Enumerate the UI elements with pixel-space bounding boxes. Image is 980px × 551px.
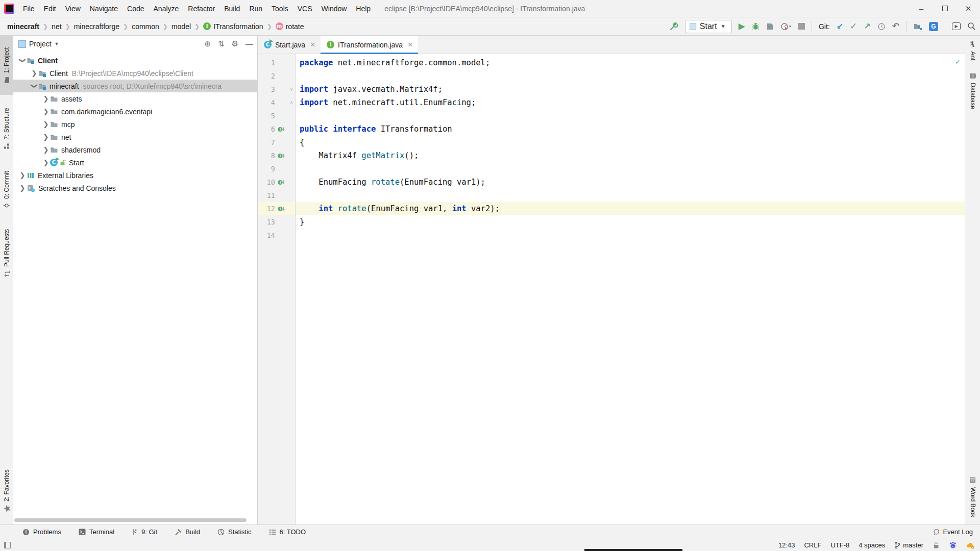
menu-item-navigate[interactable]: Navigate: [85, 0, 122, 17]
code-line-14[interactable]: 14: [258, 229, 965, 242]
breadcrumb-item-itransformation[interactable]: IITransformation: [202, 22, 264, 31]
line-number[interactable]: 7: [258, 136, 275, 149]
chevron-collapsed-icon[interactable]: ❯: [42, 120, 50, 128]
chevron-collapsed-icon[interactable]: ❯: [18, 184, 27, 192]
implemented-gutter[interactable]: [275, 149, 288, 162]
locate-file-icon[interactable]: ⊕: [204, 39, 211, 48]
menu-item-file[interactable]: File: [18, 0, 39, 17]
line-number[interactable]: 9: [258, 162, 275, 176]
tool-window-tab-pull-requests[interactable]: Pull Requests: [0, 217, 13, 289]
project-panel-title[interactable]: Project: [29, 40, 52, 48]
code-line-11[interactable]: 11: [258, 189, 965, 202]
event-log-button[interactable]: Event Log: [933, 528, 973, 536]
horizontal-scrollbar[interactable]: [14, 518, 256, 523]
translate-icon[interactable]: G: [929, 22, 938, 31]
fold-marker-icon[interactable]: ∧: [288, 96, 295, 109]
code-editor[interactable]: 1package net.minecraftforge.common.model…: [258, 54, 965, 524]
chevron-collapsed-icon[interactable]: ❯: [18, 171, 27, 179]
code-line-7[interactable]: 7{: [258, 136, 965, 149]
line-number[interactable]: 12: [258, 202, 275, 215]
tree-row-client[interactable]: ❯ClientB:\Project\IDEA\mcp940\eclipse\Cl…: [13, 67, 257, 80]
breadcrumb-item-minecraft[interactable]: minecraft: [6, 22, 40, 31]
code-line-8[interactable]: 8 Matrix4f getMatrix();: [258, 149, 965, 162]
lock-widget[interactable]: [933, 542, 940, 549]
tool-window-button-statistic[interactable]: Statistic: [217, 528, 252, 536]
run-icon[interactable]: ▶: [739, 22, 745, 31]
chevron-collapsed-icon[interactable]: ❯: [42, 159, 50, 166]
breadcrumb-item-rotate[interactable]: mrotate: [275, 22, 305, 31]
tool-window-button-build[interactable]: Build: [175, 528, 200, 536]
chevron-collapsed-icon[interactable]: ❯: [42, 108, 50, 115]
code-line-10[interactable]: 10 EnumFacing rotate(EnumFacing var1);: [258, 176, 965, 189]
debug-icon[interactable]: [752, 22, 760, 31]
line-number[interactable]: 13: [258, 215, 275, 229]
code-line-3[interactable]: 3∨import javax.vecmath.Matrix4f;: [258, 83, 965, 96]
tree-row-com-darkmagician6-eventapi[interactable]: ❯com.darkmagician6.eventapi: [13, 105, 257, 118]
tool-window-switcher-icon[interactable]: [4, 542, 11, 548]
code-line-6[interactable]: 6public interface ITransformation: [258, 122, 965, 136]
chevron-collapsed-icon[interactable]: ❯: [42, 95, 50, 103]
editor-tab-start-java[interactable]: CStart.java✕: [258, 36, 321, 54]
implemented-gutter[interactable]: [275, 202, 288, 215]
menu-item-refactor[interactable]: Refactor: [183, 0, 219, 17]
close-icon[interactable]: ✕: [310, 41, 315, 48]
line-number[interactable]: 14: [258, 229, 275, 242]
fold-marker-icon[interactable]: ∨: [288, 83, 295, 96]
code-line-1[interactable]: 1package net.minecraftforge.common.model…: [258, 56, 965, 69]
menu-item-analyze[interactable]: Analyze: [149, 0, 184, 17]
menu-item-tools[interactable]: Tools: [267, 0, 293, 17]
git-update-icon[interactable]: ↙: [837, 22, 843, 31]
encoding-widget[interactable]: UTF-8: [830, 541, 849, 549]
cloud-service-widget[interactable]: [966, 542, 975, 549]
menu-item-help[interactable]: Help: [351, 0, 375, 17]
coverage-icon[interactable]: [766, 22, 774, 31]
collapse-all-icon[interactable]: ⇅: [218, 39, 225, 48]
code-line-5[interactable]: 5: [258, 109, 965, 122]
close-button[interactable]: ✕: [957, 0, 980, 17]
line-number[interactable]: 4: [258, 96, 275, 109]
tree-row-start[interactable]: ❯CStart: [13, 156, 257, 169]
breadcrumb-item-net[interactable]: net: [51, 22, 62, 31]
settings-gear-icon[interactable]: ⚙: [232, 39, 238, 48]
tool-window-button-9-git[interactable]: 9: Git: [132, 528, 157, 536]
git-commit-icon[interactable]: ✓: [850, 22, 857, 31]
tool-window-button-6-todo[interactable]: 6: TODO: [269, 528, 306, 536]
inspection-ok-icon[interactable]: ✓: [955, 57, 960, 66]
minimize-button[interactable]: –: [910, 0, 933, 17]
breadcrumb-item-minecraftforge[interactable]: minecraftforge: [73, 22, 120, 31]
code-line-4[interactable]: 4∧import net.minecraft.util.EnumFacing;: [258, 96, 965, 109]
tree-row-net[interactable]: ❯net: [13, 131, 257, 143]
git-push-icon[interactable]: ↗: [864, 22, 870, 31]
search-everywhere-icon[interactable]: [967, 22, 976, 31]
indent-widget[interactable]: 4 spaces: [859, 541, 885, 549]
editor-tab-itransformation-java[interactable]: IITransformation.java✕: [321, 36, 418, 54]
line-number[interactable]: 2: [258, 69, 275, 83]
chevron-collapsed-icon[interactable]: ❯: [42, 133, 50, 141]
menu-item-window[interactable]: Window: [317, 0, 352, 17]
tree-row-client[interactable]: ❯Client: [13, 54, 257, 67]
breadcrumb-item-common[interactable]: common: [131, 22, 160, 31]
translate-paw-widget[interactable]: du: [949, 541, 957, 549]
implemented-gutter[interactable]: [275, 122, 288, 136]
tree-row-assets[interactable]: ❯assets: [13, 92, 257, 105]
run-anything-icon[interactable]: ▶: [952, 22, 961, 30]
line-number[interactable]: 10: [258, 176, 275, 189]
chevron-expanded-icon[interactable]: ❯: [31, 82, 38, 90]
git-branch-widget[interactable]: master: [894, 541, 923, 549]
run-configuration-select[interactable]: Start▼: [685, 20, 732, 33]
breadcrumb-item-model[interactable]: model: [170, 22, 192, 31]
tree-row-scratches-and-consoles[interactable]: ❯Scratches and Consoles: [13, 182, 257, 194]
line-number[interactable]: 1: [258, 56, 275, 69]
tool-window-tab-7-structure[interactable]: 7: Structure: [0, 95, 13, 162]
code-line-12[interactable]: 12 int rotate(EnumFacing var1, int var2)…: [258, 202, 965, 215]
menu-item-edit[interactable]: Edit: [39, 0, 61, 17]
tool-window-tab-2-favorites[interactable]: 2: Favorites: [0, 457, 13, 524]
menu-item-vcs[interactable]: VCS: [293, 0, 317, 17]
tool-window-button-problems[interactable]: Problems: [22, 528, 61, 536]
line-number[interactable]: 3: [258, 83, 275, 96]
rollback-icon[interactable]: ↶: [892, 22, 899, 31]
tool-window-tab-1-project[interactable]: 1: Project: [0, 36, 13, 95]
code-line-9[interactable]: 9: [258, 162, 965, 176]
history-icon[interactable]: [877, 22, 886, 31]
chevron-collapsed-icon[interactable]: ❯: [30, 69, 38, 77]
